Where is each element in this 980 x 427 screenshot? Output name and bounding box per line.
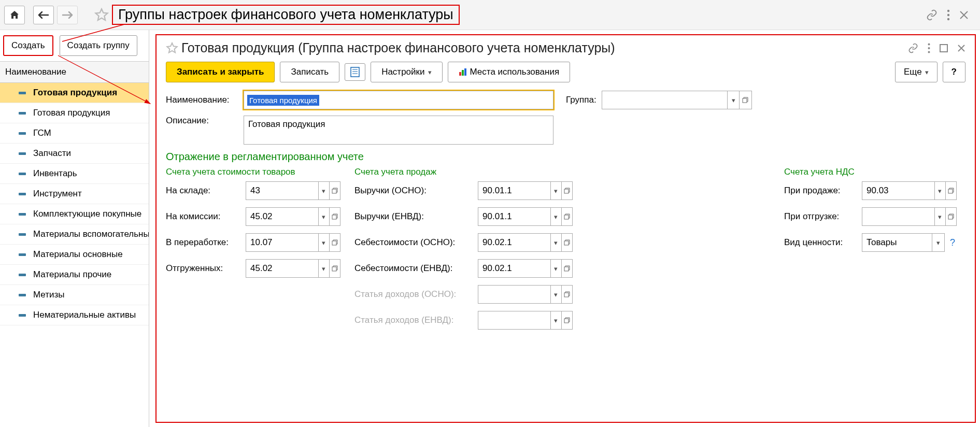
open-button[interactable] <box>329 260 340 277</box>
dropdown-button[interactable] <box>550 182 561 200</box>
home-button[interactable] <box>4 6 25 24</box>
open-button[interactable] <box>739 91 751 109</box>
back-button[interactable] <box>33 6 54 24</box>
account-row: При отгрузке: <box>784 207 965 226</box>
dropdown-button[interactable] <box>318 208 329 225</box>
create-group-button[interactable]: Создать группу <box>60 35 137 56</box>
dropdown-button[interactable] <box>318 260 329 277</box>
tree-row[interactable]: Материалы прочие <box>0 265 149 285</box>
group-input[interactable] <box>602 91 727 109</box>
save-and-close-button[interactable]: Записать и закрыть <box>166 62 275 82</box>
open-button[interactable] <box>945 208 956 225</box>
forward-button[interactable] <box>57 6 78 24</box>
svg-rect-16 <box>332 215 336 219</box>
account-field[interactable] <box>478 181 573 200</box>
open-button[interactable] <box>561 182 572 200</box>
account-field[interactable] <box>478 233 573 252</box>
account-field[interactable] <box>478 259 573 278</box>
tree-row[interactable]: Готовая продукция <box>0 103 149 123</box>
dropdown-button[interactable] <box>550 286 561 303</box>
open-button[interactable] <box>329 182 340 200</box>
favorite-star-icon[interactable] <box>166 42 178 54</box>
account-field[interactable] <box>478 285 573 304</box>
account-input[interactable] <box>862 182 934 200</box>
account-input[interactable] <box>478 260 550 277</box>
link-icon[interactable] <box>926 9 938 21</box>
dropdown-button[interactable] <box>934 208 945 225</box>
open-button[interactable] <box>561 260 572 277</box>
tree-row-label: Материалы прочие <box>33 269 111 280</box>
account-input[interactable] <box>862 208 934 225</box>
account-input[interactable] <box>478 286 550 303</box>
close-icon[interactable] <box>959 10 969 20</box>
open-button[interactable] <box>329 234 340 251</box>
tree-row[interactable]: Инвентарь <box>0 164 149 184</box>
account-field[interactable] <box>862 233 945 252</box>
tree-row[interactable]: Метизы <box>0 285 149 305</box>
open-button[interactable] <box>561 286 572 303</box>
account-input[interactable] <box>478 208 550 225</box>
tree-row[interactable]: ГСМ <box>0 123 149 144</box>
save-button[interactable]: Записать <box>280 62 339 82</box>
dropdown-button[interactable] <box>934 182 945 200</box>
name-field-value: Готовая продукция <box>247 95 319 106</box>
tree-row[interactable]: Комплектующие покупные <box>0 204 149 224</box>
more-button[interactable]: Еще <box>895 62 938 82</box>
dropdown-button[interactable] <box>727 91 739 109</box>
open-button[interactable] <box>561 234 572 251</box>
settings-button[interactable]: Настройки <box>371 62 442 82</box>
name-field[interactable]: Готовая продукция <box>244 91 553 109</box>
dropdown-button[interactable] <box>318 182 329 200</box>
open-button[interactable] <box>561 208 572 225</box>
account-input[interactable] <box>246 182 318 200</box>
account-field[interactable] <box>478 207 573 226</box>
account-field[interactable] <box>478 311 573 330</box>
close-icon[interactable] <box>957 44 965 52</box>
help-button[interactable]: ? <box>943 62 965 82</box>
tree-row[interactable]: Инструмент <box>0 184 149 204</box>
account-input[interactable] <box>246 208 318 225</box>
help-icon[interactable]: ? <box>950 237 955 248</box>
account-field[interactable] <box>246 233 340 252</box>
tree-row-label: Инструмент <box>33 189 82 199</box>
account-input[interactable] <box>478 234 550 251</box>
open-button[interactable] <box>561 311 572 329</box>
tree-row-label: Материалы основные <box>33 249 123 260</box>
group-field[interactable] <box>602 91 752 109</box>
maximize-icon[interactable] <box>940 44 948 52</box>
account-input[interactable] <box>246 260 318 277</box>
dropdown-button[interactable] <box>550 208 561 225</box>
dropdown-button[interactable] <box>550 311 561 329</box>
link-icon[interactable] <box>908 43 918 53</box>
report-button[interactable] <box>345 63 365 81</box>
item-marker-icon <box>19 132 26 135</box>
dropdown-button[interactable] <box>550 234 561 251</box>
tree-row[interactable]: Готовая продукция <box>0 83 149 103</box>
desc-field[interactable] <box>244 116 553 145</box>
tree-row[interactable]: Запчасти <box>0 144 149 164</box>
account-field[interactable] <box>862 207 957 226</box>
kebab-menu-icon[interactable] <box>947 9 950 21</box>
account-input[interactable] <box>478 311 550 329</box>
open-button[interactable] <box>329 208 340 225</box>
dropdown-button[interactable] <box>550 260 561 277</box>
account-field[interactable] <box>246 181 340 200</box>
open-button[interactable] <box>945 182 956 200</box>
tree-row[interactable]: Материалы основные <box>0 245 149 265</box>
usages-button[interactable]: Места использования <box>448 62 571 82</box>
tree-row[interactable]: Материалы вспомогательные <box>0 224 149 245</box>
tree-row[interactable]: Нематериальные активы <box>0 305 149 325</box>
account-input[interactable] <box>862 234 932 251</box>
dropdown-button[interactable] <box>318 234 329 251</box>
item-marker-icon <box>19 314 26 317</box>
account-field[interactable] <box>862 181 957 200</box>
account-input[interactable] <box>246 234 318 251</box>
kebab-menu-icon[interactable] <box>928 43 930 53</box>
favorite-star-icon[interactable] <box>94 8 109 22</box>
account-field[interactable] <box>246 259 340 278</box>
account-field[interactable] <box>246 207 340 226</box>
account-input[interactable] <box>478 182 550 200</box>
account-label: При продаже: <box>784 186 857 196</box>
dropdown-button[interactable] <box>932 234 944 251</box>
create-button[interactable]: Создать <box>3 35 53 56</box>
